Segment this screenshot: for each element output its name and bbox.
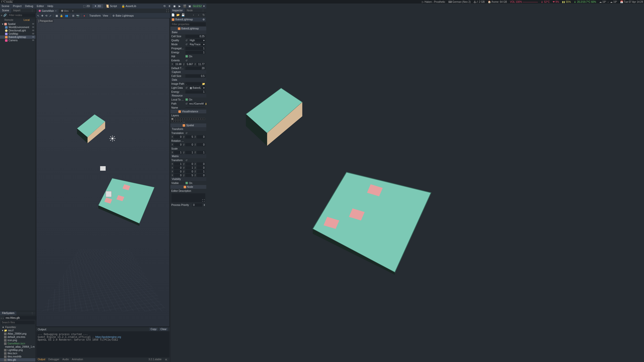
class-header-bakedlightmap[interactable]: BakedLightmap: [170, 27, 206, 30]
insp-tools-icon[interactable]: ⚙: [203, 18, 205, 21]
reset-icon[interactable]: ↺: [185, 102, 187, 105]
visibility-icon[interactable]: 👁: [32, 23, 34, 25]
xyz-input[interactable]: x0y1z0: [170, 166, 206, 170]
inspected-object[interactable]: BakedLightmap ⚙: [171, 18, 206, 21]
visibility-icon[interactable]: 👁: [32, 39, 34, 42]
scene-tab[interactable]: Scene: [0, 9, 11, 13]
category-transform[interactable]: Transform: [170, 127, 206, 131]
scene-tab-gamemain[interactable]: GameMain ×: [37, 9, 59, 13]
category-visibility[interactable]: Visibility: [170, 177, 206, 181]
visibility-icon[interactable]: 👁: [32, 36, 34, 38]
visibility-icon[interactable]: 👁: [32, 26, 34, 29]
play-scene-icon[interactable]: 🎬: [183, 4, 186, 8]
prop-default-texels-input[interactable]: 20: [185, 67, 205, 70]
remote-subtab[interactable]: Remote: [0, 18, 18, 22]
reset-icon[interactable]: ↺: [185, 132, 188, 134]
mode-script-button[interactable]: 📜 Script: [104, 4, 119, 8]
fs-file-icon-png[interactable]: icon.png: [0, 339, 35, 342]
prop-local-to-scene-checkbox[interactable]: On: [185, 98, 192, 101]
lock-icon[interactable]: 🔒: [60, 14, 63, 17]
prop-name-input[interactable]: [185, 107, 205, 108]
insp-load-icon[interactable]: 📂: [176, 13, 180, 17]
mode-assetlib-button[interactable]: 🔒 AssetLib: [119, 4, 138, 8]
workspace-media[interactable]: 4 ✎ media: [1, 1, 13, 3]
folder-icon[interactable]: 📁: [202, 82, 205, 85]
fs-fwd-icon[interactable]: ›: [3, 316, 4, 320]
output-log[interactable]: --- Debugging process started --- Godot …: [36, 331, 170, 357]
menu-project[interactable]: Project: [13, 5, 21, 8]
prop-cell-size-input[interactable]: 0.25: [185, 35, 205, 38]
prop-cell-size-input[interactable]: 0.5: [185, 74, 205, 78]
prop-image-path-input[interactable]: .: [185, 82, 201, 85]
prop-propagation-input[interactable]: 1: [185, 47, 205, 50]
class-header-visualinstance[interactable]: VisualInstance: [170, 110, 206, 113]
menu-debug[interactable]: Debug: [25, 5, 33, 8]
fs-search-input[interactable]: [1, 321, 35, 324]
tree-node-spatial[interactable]: ▾Spatial👁: [0, 22, 35, 26]
select-mode-icon[interactable]: ↖: [37, 14, 39, 17]
xyz-input[interactable]: x15.98y5.667z11.77: [170, 62, 206, 66]
fs-back-icon[interactable]: ‹: [1, 316, 2, 320]
instance-scene-icon[interactable]: 🔗: [3, 14, 7, 17]
stop-icon[interactable]: ◼: [173, 4, 176, 8]
class-header-node[interactable]: Node: [170, 185, 206, 189]
filter-properties-input[interactable]: [171, 22, 206, 26]
prop-process-priority-input[interactable]: 0: [192, 203, 202, 207]
tree-node-bakedlightmap[interactable]: BakedLightmap👁: [0, 35, 35, 39]
prop-energy-input[interactable]: 1: [185, 51, 205, 54]
transform-menu[interactable]: Transform: [89, 14, 101, 17]
reset-icon[interactable]: ↺: [185, 86, 188, 89]
tree-node-camera[interactable]: Camera👁: [0, 39, 35, 42]
bake-lightmaps-button[interactable]: ⚙ Bake Lightmaps: [112, 14, 134, 17]
menu-editor[interactable]: Editor: [37, 5, 44, 8]
insp-save-icon[interactable]: 💾: [181, 13, 185, 17]
scale-mode-icon[interactable]: ⤢: [49, 14, 51, 17]
play-icon[interactable]: ▶: [178, 4, 181, 8]
insp-back-icon[interactable]: ‹: [192, 13, 195, 17]
xyz-input[interactable]: x0y0z1: [170, 170, 206, 173]
layers-grid[interactable]: …: [170, 117, 206, 123]
expand-bottom-icon[interactable]: ⇱: [165, 358, 168, 361]
xyz-input[interactable]: x1y0z0: [170, 162, 206, 166]
insp-new-icon[interactable]: 📄: [171, 13, 175, 17]
prop-path-input[interactable]: res://GameM: [188, 102, 205, 105]
tree-node-directionallight[interactable]: DirectionalLight👁: [0, 29, 35, 32]
category-resource[interactable]: Resource: [170, 94, 206, 98]
fs-menu-icon[interactable]: ⋮: [29, 311, 35, 315]
prop-mode-dropdown[interactable]: RayTrace▾: [189, 43, 205, 46]
bottom-tab-audio[interactable]: Audio: [62, 358, 69, 361]
reload-icon[interactable]: ⟲: [163, 4, 166, 8]
expand-icon[interactable]: ⛶: [202, 199, 205, 202]
category-data[interactable]: Data: [170, 78, 206, 82]
reset-icon[interactable]: ↺: [185, 43, 188, 46]
menu-scene[interactable]: Scene: [2, 5, 9, 8]
pause-icon[interactable]: ⏸: [168, 4, 171, 8]
bottom-tab-output[interactable]: Output: [38, 358, 45, 361]
prop-hdr-checkbox[interactable]: On: [185, 55, 192, 58]
dock-menu-icon[interactable]: ⋮: [29, 9, 35, 12]
fs-file-tiles-meshlib[interactable]: tiles.meshlib: [0, 355, 35, 358]
class-header-spatial[interactable]: Spatial: [170, 123, 206, 127]
menu-help[interactable]: Help: [48, 5, 53, 8]
fs-file-Atlas_29864-png[interactable]: Atlas_29864.png: [0, 332, 35, 335]
fs-file-GameMain-tscn[interactable]: GameMain.tscn: [0, 342, 35, 345]
fs-file-material_atlas_29864_1-m[interactable]: material_atlas_29864_1.m: [0, 345, 35, 348]
group-icon[interactable]: 👥: [65, 14, 68, 17]
node-tab[interactable]: Node: [185, 9, 195, 12]
fs-file-tiles-tscn[interactable]: tiles.tscn: [0, 352, 35, 355]
close-icon[interactable]: ×: [55, 10, 57, 12]
rotate-mode-icon[interactable]: ⟲: [45, 14, 47, 17]
local-subtab[interactable]: Local: [18, 18, 36, 22]
view-menu[interactable]: View: [103, 14, 108, 17]
play-custom-icon[interactable]: ▣: [188, 4, 191, 8]
insp-history-icon[interactable]: ↻: [202, 13, 205, 17]
bottom-tab-debugger[interactable]: Debugger: [48, 358, 59, 361]
new-tab-icon[interactable]: +: [71, 9, 75, 13]
inspector-tab[interactable]: Inspector: [170, 9, 185, 13]
mode-3d-button[interactable]: ✦ 3D: [92, 4, 103, 8]
insp-fwd-icon[interactable]: ›: [197, 13, 200, 17]
add-node-icon[interactable]: +: [1, 14, 2, 17]
inspector-properties[interactable]: BakedLightmapBakeCell Size0.25Quality↺Hi…: [170, 27, 206, 362]
reset-icon[interactable]: ↺: [185, 39, 188, 42]
mode-2d-button[interactable]: ⬚ 2D: [81, 4, 92, 8]
